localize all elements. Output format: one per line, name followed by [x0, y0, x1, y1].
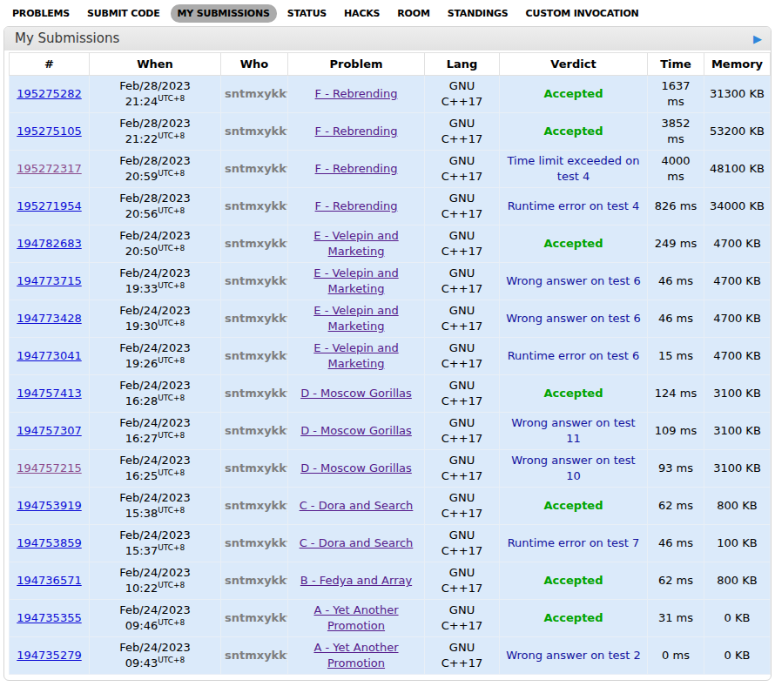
nav-item-submit-code[interactable]: Submit Code — [80, 4, 166, 23]
problem-link[interactable]: A - Yet Another Promotion — [313, 641, 398, 670]
cell-time: 46 ms — [648, 525, 704, 562]
memory-value: 4700 KB — [713, 274, 761, 287]
verdict-text[interactable]: Accepted — [544, 87, 603, 100]
user-handle-link[interactable]: sntmxykky — [225, 237, 288, 250]
problem-link[interactable]: E - Velepin and Marketing — [313, 229, 398, 258]
expand-arrow-icon[interactable]: ▶ — [753, 33, 762, 44]
problem-link[interactable]: D - Moscow Gorillas — [300, 424, 412, 437]
problem-link[interactable]: C - Dora and Search — [300, 536, 414, 549]
when-timezone: UTC+8 — [158, 431, 185, 440]
cell-lang: GNUC++17 — [425, 525, 500, 562]
cell-lang: GNUC++17 — [425, 225, 500, 263]
user-handle-link[interactable]: sntmxykky — [225, 199, 288, 212]
submission-id-link[interactable]: 194757307 — [17, 424, 81, 437]
nav-item-room[interactable]: Room — [390, 4, 436, 23]
user-handle-link[interactable]: sntmxykky — [225, 424, 288, 437]
time-value: 46 ms — [658, 536, 693, 549]
problem-link[interactable]: D - Moscow Gorillas — [300, 387, 412, 400]
submission-id-link[interactable]: 194735279 — [17, 649, 81, 662]
nav-item-custom-invocation[interactable]: Custom Invocation — [519, 4, 646, 23]
verdict-text[interactable]: Runtime error on test 4 — [508, 199, 640, 212]
user-handle-link[interactable]: sntmxykky — [225, 649, 288, 662]
cell-when: Feb/24/202319:26UTC+8 — [90, 338, 221, 375]
verdict-text[interactable]: Wrong answer on test 6 — [506, 312, 641, 325]
submission-id-link[interactable]: 194736571 — [17, 574, 81, 587]
nav-item-problems[interactable]: Problems — [5, 4, 77, 23]
nav-item-my-submissions[interactable]: My Submissions — [171, 4, 277, 23]
when-date: Feb/24/2023 — [93, 453, 217, 468]
submission-id-link[interactable]: 194782683 — [17, 237, 81, 250]
verdict-text[interactable]: Accepted — [544, 499, 603, 512]
cell-when: Feb/28/202320:56UTC+8 — [90, 188, 221, 225]
user-handle-link[interactable]: sntmxykky — [225, 499, 288, 512]
when-time: 16:25UTC+8 — [93, 468, 217, 484]
user-handle-link[interactable]: sntmxykky — [225, 274, 288, 287]
cell-problem: C - Dora and Search — [288, 525, 425, 562]
nav-item-hacks[interactable]: Hacks — [337, 4, 387, 23]
verdict-text[interactable]: Accepted — [544, 611, 603, 624]
problem-link[interactable]: F - Rebrending — [315, 87, 398, 100]
cell-who: sntmxykky — [221, 151, 288, 188]
user-handle-link[interactable]: sntmxykky — [225, 312, 288, 325]
verdict-text[interactable]: Wrong answer on test 10 — [511, 454, 635, 482]
verdict-text[interactable]: Time limit exceeded on test 4 — [508, 154, 640, 183]
submission-row: 194735355Feb/24/202309:46UTC+8sntmxykkyA… — [10, 600, 771, 637]
verdict-text[interactable]: Accepted — [544, 125, 603, 138]
user-handle-link[interactable]: sntmxykky — [225, 162, 288, 175]
problem-link[interactable]: E - Velepin and Marketing — [313, 304, 398, 333]
memory-value: 4700 KB — [713, 237, 761, 250]
user-handle-link[interactable]: sntmxykky — [225, 574, 288, 587]
nav-item-status[interactable]: Status — [280, 4, 334, 23]
submission-row: 194782683Feb/24/202320:50UTC+8sntmxykkyE… — [10, 225, 771, 263]
submission-id-link[interactable]: 194757215 — [17, 461, 81, 475]
verdict-text[interactable]: Wrong answer on test 2 — [506, 649, 641, 662]
problem-link[interactable]: A - Yet Another Promotion — [313, 603, 398, 632]
user-handle-link[interactable]: sntmxykky — [225, 536, 288, 549]
lang-text: GNU — [428, 340, 495, 356]
verdict-text[interactable]: Accepted — [544, 387, 603, 400]
problem-link[interactable]: D - Moscow Gorillas — [300, 461, 412, 475]
cell-time: 46 ms — [648, 263, 704, 300]
when-time: 19:33UTC+8 — [93, 280, 217, 297]
cell-who: sntmxykky — [221, 375, 288, 413]
problem-link[interactable]: E - Velepin and Marketing — [313, 341, 398, 370]
verdict-text[interactable]: Wrong answer on test 11 — [511, 416, 635, 445]
problem-link[interactable]: F - Rebrending — [315, 199, 398, 212]
verdict-text[interactable]: Runtime error on test 6 — [508, 349, 640, 362]
cell-problem: D - Moscow Gorillas — [288, 450, 425, 488]
submission-id-link[interactable]: 195275105 — [17, 125, 81, 138]
problem-link[interactable]: E - Velepin and Marketing — [313, 266, 398, 295]
submission-id-link[interactable]: 194773041 — [17, 349, 81, 362]
problem-link[interactable]: B - Fedya and Array — [300, 574, 412, 587]
cell-lang: GNUC++17 — [425, 600, 500, 637]
submission-id-link[interactable]: 195275282 — [17, 87, 81, 100]
user-handle-link[interactable]: sntmxykky — [225, 611, 288, 624]
submission-id-link[interactable]: 195271954 — [17, 199, 81, 212]
user-handle-link[interactable]: sntmxykky — [225, 387, 288, 400]
submission-id-link[interactable]: 194773428 — [17, 312, 81, 325]
problem-link[interactable]: F - Rebrending — [315, 125, 398, 138]
verdict-text[interactable]: Accepted — [544, 237, 603, 250]
submission-id-link[interactable]: 194773715 — [17, 274, 81, 287]
user-handle-link[interactable]: sntmxykky — [225, 461, 288, 475]
verdict-text[interactable]: Accepted — [544, 574, 603, 587]
user-handle-link[interactable]: sntmxykky — [225, 349, 288, 362]
lang-text: C++17 — [428, 319, 495, 334]
problem-link[interactable]: F - Rebrending — [315, 162, 398, 175]
submission-id-link[interactable]: 194757413 — [17, 387, 81, 400]
top-nav: ProblemsSubmit CodeMy SubmissionsStatusH… — [0, 0, 775, 26]
user-handle-link[interactable]: sntmxykky — [225, 87, 288, 100]
cell-when: Feb/24/202319:33UTC+8 — [90, 263, 221, 300]
submission-id-link[interactable]: 194735355 — [17, 611, 81, 624]
verdict-text[interactable]: Wrong answer on test 6 — [506, 274, 641, 287]
when-date: Feb/24/2023 — [93, 602, 217, 618]
submission-id-link[interactable]: 195272317 — [17, 162, 81, 175]
submission-id-link[interactable]: 194753859 — [17, 536, 81, 549]
cell-when: Feb/28/202320:59UTC+8 — [90, 151, 221, 188]
cell-id: 195271954 — [10, 188, 90, 225]
nav-item-standings[interactable]: Standings — [441, 4, 516, 23]
verdict-text[interactable]: Runtime error on test 7 — [508, 536, 640, 549]
problem-link[interactable]: C - Dora and Search — [300, 499, 414, 512]
submission-id-link[interactable]: 194753919 — [17, 499, 81, 512]
user-handle-link[interactable]: sntmxykky — [225, 125, 288, 138]
